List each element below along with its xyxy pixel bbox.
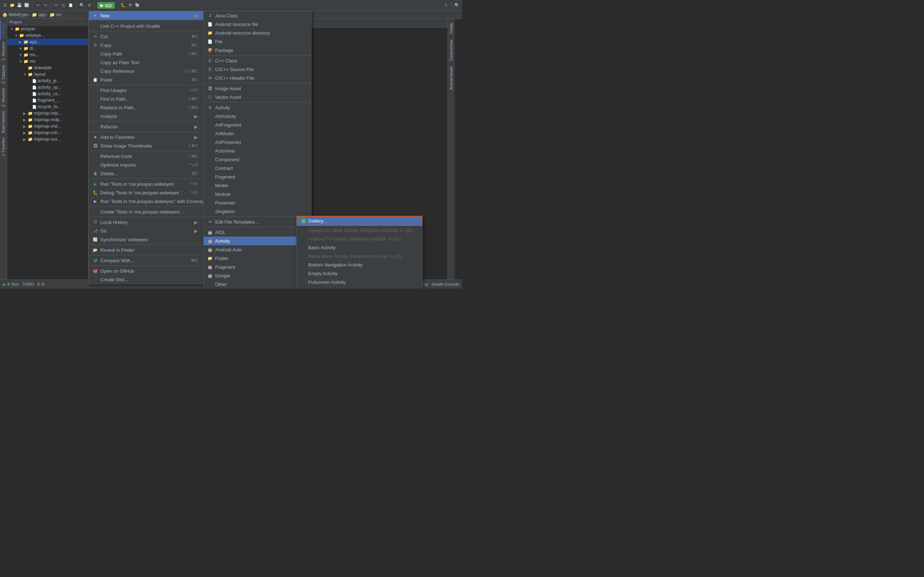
status-gradle-console[interactable]: Gradle Console [432,282,459,286]
right-sidebar-gradle[interactable]: Gradle [448,20,454,37]
sidebar-item-captures[interactable]: Z: Captures [1,63,6,86]
submenu-model[interactable]: Model [204,181,311,190]
menu-icon[interactable]: ☰ [2,3,8,8]
paste-icon[interactable]: 📋 [68,3,74,8]
submenu-singleton[interactable]: Singleton [204,207,311,216]
tree-item-mipmap-xxh[interactable]: ▶ 📁 mipmap-xxh... [7,129,88,136]
menu-item-link-cpp[interactable]: Link C++ Project with Gradle [89,22,204,30]
menu-item-copy-plain[interactable]: Copy as Plain Text [89,58,204,67]
status-todo[interactable]: TODO [23,282,34,286]
submenu-cpp-source[interactable]: CC/C++ Source File [204,65,311,74]
activity-gallery[interactable]: G Gallery... [297,216,422,226]
tree-item-fragment[interactable]: 📄 fragment_... [7,97,88,103]
folder-icon[interactable]: 📁 [10,3,15,8]
undo-icon[interactable]: ↩ [35,3,41,8]
gradle-icon[interactable]: 🐘 [135,3,141,8]
tree-item-mipmap-mdp[interactable]: ▶ 📁 mipmap-mdp... [7,116,88,123]
sidebar-item-structure2[interactable]: Z: Structure [1,86,6,109]
submenu-artmodel[interactable]: ArtModel [204,129,311,138]
submenu-artactivity[interactable]: ArtActivity [204,112,311,121]
nav-wideeyes[interactable]: 🏠 WideEyes [2,12,28,17]
build-icon[interactable]: ⚒ [128,3,133,8]
submenu-edit-templates[interactable]: ✏Edit File Templates... [204,218,311,226]
submenu-package[interactable]: 📦Package [204,46,311,55]
tree-item-mipmap-hdp[interactable]: ▶ 📁 mipmap-hdp... [7,110,88,116]
submenu-file[interactable]: 📄File [204,37,311,46]
submenu-contract[interactable]: Contract [204,164,311,172]
submenu-google[interactable]: 🤖Google ▶ [204,271,311,280]
submenu-fragment[interactable]: Fragment [204,172,311,181]
help-icon[interactable]: ? [443,3,449,8]
activity-empty[interactable]: Empty Activity [297,269,422,278]
nav-app[interactable]: 📁 app [32,12,45,17]
menu-item-analyze[interactable]: Analyze ▶ [89,112,204,121]
submenu-module[interactable]: Module [204,190,311,198]
right-sidebar-cordova[interactable]: CordovaView [448,37,454,64]
menu-item-run-coverage[interactable]: ▶Run 'Tests in 'me.jessyan.wideeyes'' wi… [89,197,204,206]
tree-item-wideeyes[interactable]: ▼ 📁 wideeye... [7,32,88,39]
sidebar-item-project[interactable]: 1: Project [0,20,6,40]
tree-item-jessyan[interactable]: ▼ 📁 jessyan [7,26,88,32]
tree-item-mv[interactable]: ▼ 📁 mv... [7,52,88,58]
tree-item-layout[interactable]: ▼ 📁 layout [7,71,88,77]
tree-item-mipmap-xhd[interactable]: ▶ 📁 mipmap-xhd... [7,123,88,129]
submenu-artfragment[interactable]: ArtFragment [204,121,311,129]
submenu-autoview[interactable]: AutoView [204,147,311,155]
menu-item-create-gist[interactable]: Create Gist... [89,275,204,284]
submenu-other[interactable]: Other ▶ [204,280,311,288]
menu-item-copy-ref[interactable]: Copy Reference ⌥⇧⌘C [89,67,204,76]
sync-icon[interactable]: 🔄 [24,3,30,8]
menu-item-find-path[interactable]: Find in Path... ⇧⌘F [89,95,204,103]
submenu-android-auto[interactable]: 🤖Android Auto ▶ [204,245,311,254]
menu-item-new[interactable]: + New ▶ [89,11,204,20]
tree-item-drawable[interactable]: 📁 drawable [7,64,88,71]
menu-item-reveal[interactable]: 📂Reveal in Finder [89,246,204,254]
menu-item-replace-path[interactable]: Replace in Path... ⇧⌘R [89,103,204,112]
tree-item-recycle[interactable]: 📄 recycle_lis... [7,103,88,110]
right-sidebar-android-model[interactable]: Android Model [448,64,454,93]
submenu-presenter[interactable]: Presenter [204,198,311,207]
sidebar-item-structure[interactable]: 2: Structure [1,40,6,63]
menu-item-paste[interactable]: 📋Paste ⌘V [89,76,204,84]
search-icon[interactable]: 🔍 [79,3,85,8]
tree-item-mipmap-xxx[interactable]: ▶ 📁 mipmap-xxx... [7,136,88,142]
submenu-activity-top[interactable]: AActivity [204,103,311,112]
submenu-cpp-header[interactable]: HC/C++ Header File [204,74,311,82]
tree-item-di[interactable]: ▼ 📁 di... [7,45,88,52]
menu-item-local-history[interactable]: ⏱Local History ▶ [89,218,204,226]
tree-item-activity-je[interactable]: 📄 activity_je... [7,77,88,84]
menu-item-reformat[interactable]: Reformat Code ⌥⌘L [89,152,204,161]
menu-item-create-tests[interactable]: Create 'Tests in 'me.jessyan.wideeyes'..… [89,207,204,216]
menu-item-sync[interactable]: 🔄Synchronize 'wideeyes' [89,235,204,244]
submenu-vector-asset[interactable]: ⬡Vector Asset [204,93,311,102]
submenu-fragment-android[interactable]: 🤖Fragment ▶ [204,263,311,271]
sidebar-item-build-variants[interactable]: Build Variants [1,109,6,135]
menu-item-compare[interactable]: ⇄Compare With... ⌘D [89,256,204,265]
sidebar-item-favorites[interactable]: 2: Favorites [1,135,6,158]
debug-icon[interactable]: 🐛 [120,3,126,8]
menu-item-git[interactable]: ⎇Git ▶ [89,226,204,235]
submenu-android-resource-dir[interactable]: 📁Android resource directory [204,29,311,37]
menu-item-run-tests[interactable]: ▶Run 'Tests in 'me.jessyan.wideeyes' ^⇧R [89,180,204,188]
menu-item-optimize[interactable]: Optimize Imports ^⌥O [89,161,204,169]
submenu-aidl[interactable]: 🤖AIDL ▶ [204,228,311,237]
tree-item-activity-us[interactable]: 📄 activity_us... [7,90,88,97]
activity-bottom-nav[interactable]: Bottom Navigation Activity [297,260,422,269]
activity-basic[interactable]: Basic Activity [297,243,422,252]
menu-item-find-usages[interactable]: Find Usages ⌥F7 [89,86,204,95]
tree-item-res[interactable]: ▼ 📁 res [7,58,88,64]
submenu-java-class[interactable]: JJava Class [204,11,311,20]
menu-item-refactor[interactable]: Refactor ▶ [89,122,204,131]
search2-icon[interactable]: 🔍 [454,3,460,8]
tree-item-app[interactable]: ▶ 📁 app... [7,39,88,45]
submenu-cpp-class[interactable]: CC++ Class [204,56,311,65]
tree-item-activity-sp[interactable]: 📄 activity_sp... [7,84,88,90]
menu-item-delete[interactable]: 🗑Delete... ⌦ [89,169,204,178]
status-num[interactable]: 6: A [37,282,44,286]
activity-login[interactable]: Login Activity [297,286,422,288]
copy-icon[interactable]: ⎘ [61,3,66,8]
submenu-activity-android[interactable]: 🤖Activity ▶ [204,237,311,245]
nav-src[interactable]: 📁 src [50,12,62,17]
activity-fullscreen[interactable]: Fullscreen Activity [297,278,422,286]
menu-item-debug-tests[interactable]: 🐛Debug 'Tests in 'me.jessyan.wideeyes' ^… [89,188,204,197]
